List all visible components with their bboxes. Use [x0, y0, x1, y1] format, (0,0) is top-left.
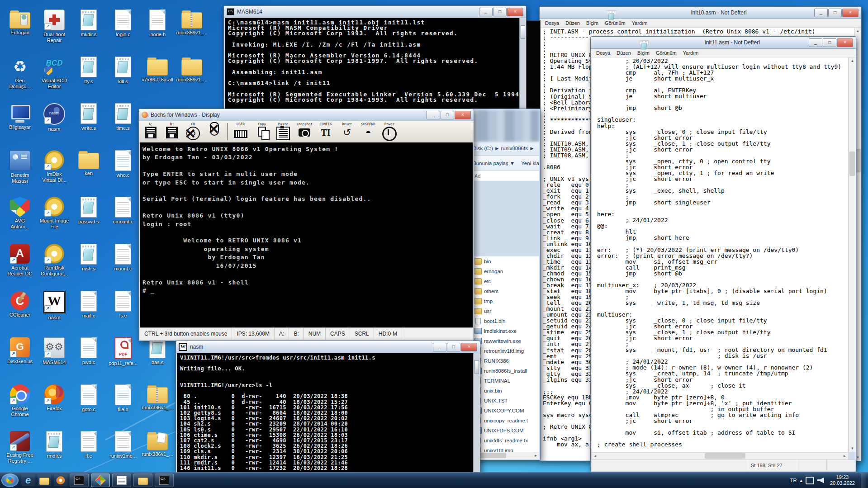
bochs-tool-button[interactable]: Reset ↺	[337, 122, 357, 141]
nasm-terminal-output[interactable]: V1INIT11.IMG!/usr/src>fromdos usr/src/in…	[177, 353, 479, 488]
bochs-tool-button[interactable]: SUSPEND ◓	[358, 122, 378, 141]
share-with-button[interactable]: Bununla paylaş ▼	[473, 161, 515, 166]
desktop-icon[interactable]: kill.s	[106, 54, 140, 101]
menu-item[interactable]: Biçim	[583, 20, 601, 26]
desktop-icon[interactable]: mail.c	[71, 289, 106, 336]
desktop-icon[interactable]: Denetim Masası	[3, 148, 37, 195]
desktop-icon[interactable]: runix386v1_...	[140, 382, 175, 429]
file-row[interactable]: erdogan	[471, 266, 539, 276]
file-row[interactable]: others	[471, 286, 539, 296]
desktop-icon[interactable]: write.s	[71, 101, 106, 148]
explorer-address-bar[interactable]: Disk (C:) ► runix8086fs ►	[471, 142, 539, 156]
desktop-icon[interactable]: runixv1mo...	[106, 429, 140, 476]
file-row[interactable]: tmp	[471, 296, 539, 306]
new-folder-button[interactable]: Yeni klasör	[521, 161, 539, 166]
file-row[interactable]: unixv1fd.img	[471, 445, 539, 452]
init10-titlebar[interactable]: init10.asm - Not Defteri _ □ ×	[540, 7, 861, 19]
file-row[interactable]: unix.bin	[471, 386, 539, 396]
maximize-button[interactable]: □	[441, 111, 454, 119]
minimize-button[interactable]: _	[433, 343, 446, 351]
show-hidden-icons-button[interactable]: ▴	[800, 478, 802, 483]
file-row[interactable]: UNIXFDFS.COM	[471, 426, 539, 436]
desktop-icon[interactable]: who.c	[106, 148, 140, 195]
close-button[interactable]: ×	[842, 9, 859, 17]
menu-item[interactable]: Düzen	[614, 50, 634, 56]
minimize-button[interactable]: _	[479, 8, 493, 16]
desktop-icon[interactable]: mount.c	[106, 242, 140, 289]
desktop-icon[interactable]: ls.c	[106, 289, 140, 336]
desktop-icon[interactable]: W nasm	[37, 289, 71, 336]
breadcrumb[interactable]: Disk (C:) ► runix8086fs ►	[473, 146, 535, 151]
desktop-icon[interactable]: runix386v1_...	[175, 7, 209, 54]
minimize-button[interactable]: _	[809, 38, 822, 47]
desktop-icon[interactable]: runix386v1_...	[175, 54, 209, 101]
taskbar-window-button[interactable]	[112, 474, 131, 487]
nasm-scrollbar[interactable]	[473, 353, 480, 488]
desktop-icon[interactable]: if.c	[71, 429, 106, 476]
maximize-button[interactable]: □	[447, 343, 460, 351]
desktop-icon[interactable]: tty.s	[71, 54, 106, 101]
masm-titlebar[interactable]: MASM614 _ □ ×	[224, 6, 526, 18]
desktop-icon[interactable]: CCleaner	[3, 289, 37, 336]
file-row[interactable]: bin	[471, 256, 539, 266]
maximize-button[interactable]: □	[823, 38, 836, 47]
init11-titlebar[interactable]: init11.asm - Not Defteri _ □ ×	[591, 37, 856, 49]
bochs-guest-display[interactable]: Welcome to Retro UNIX 8086 v1 Operating …	[140, 142, 473, 327]
explorer-horizontal-scrollbar[interactable]: ◄ ►	[471, 452, 539, 459]
bochs-tool-button[interactable]: CONFIG TI	[316, 122, 336, 141]
pinned-app-button[interactable]: e	[21, 474, 35, 486]
bochs-tool-button[interactable]: Copy	[252, 122, 272, 141]
file-row[interactable]: UNIX.TST	[471, 396, 539, 406]
taskbar-window-button[interactable]	[91, 474, 110, 487]
explorer-column-header[interactable]: Ad	[471, 171, 539, 181]
bochs-tool-button[interactable]: Power	[379, 122, 399, 141]
menu-item[interactable]: Dosya	[542, 20, 562, 26]
file-row[interactable]: boot1.bin	[471, 316, 539, 326]
close-button[interactable]: ×	[507, 8, 523, 16]
minimize-button[interactable]: _	[814, 9, 828, 17]
scroll-down-arrow[interactable]: ▼	[849, 445, 856, 452]
language-indicator[interactable]: TR	[790, 478, 797, 483]
clock[interactable]: 19:23 20.03.2022	[827, 474, 858, 486]
desktop-icon[interactable]: ken	[71, 148, 106, 195]
menu-item[interactable]: Görünüm	[653, 50, 679, 56]
desktop-icon[interactable]: inode.h	[140, 7, 175, 54]
desktop-icon[interactable]: BCD Visual BCD Editor	[37, 54, 71, 101]
nasm-titlebar[interactable]: W nasm _ □ ×	[176, 341, 480, 353]
pinned-app-button[interactable]	[54, 474, 67, 486]
volume-tray-icon[interactable]	[817, 478, 824, 483]
scroll-up-arrow[interactable]: ▲	[854, 28, 861, 34]
desktop-icon[interactable]: v7x86-0.8a-all	[140, 54, 175, 101]
taskbar-window-button[interactable]	[155, 474, 174, 487]
file-row[interactable]: imdiskinst.exe	[471, 326, 539, 336]
name-column-header[interactable]: Ad	[474, 173, 480, 179]
display-tray-icon[interactable]	[806, 477, 814, 484]
file-row[interactable]: usr	[471, 306, 539, 316]
bochs-titlebar[interactable]: Bochs for Windows - Display _ □ ×	[139, 109, 474, 121]
minimize-button[interactable]: _	[427, 111, 440, 119]
init11-horizontal-scrollbar[interactable]: ◄ ►	[592, 452, 848, 460]
file-row[interactable]: etc	[471, 276, 539, 286]
file-row[interactable]: retrounixv1fd.img	[471, 346, 539, 356]
desktop-icon[interactable]: A Acrobat Reader DC	[3, 242, 37, 289]
desktop-icon[interactable]: time.s	[106, 101, 140, 148]
desktop-icon[interactable]: pwd.c	[71, 335, 106, 382]
bochs-tool-button[interactable]: USER	[231, 122, 251, 141]
desktop-icon[interactable]: Firefox	[37, 382, 71, 429]
desktop-icon[interactable]: Erdoğan	[3, 7, 37, 54]
desktop-icon[interactable]: Dual-boot Repair	[37, 7, 71, 54]
desktop-icon[interactable]: Mount Image File	[37, 194, 71, 242]
bochs-tool-button[interactable]: snapshot	[294, 122, 314, 141]
desktop-icon[interactable]: ⚙⚙ MASM614	[37, 335, 71, 382]
desktop-icon[interactable]: msh.s	[71, 242, 106, 289]
taskbar-window-button[interactable]	[70, 474, 89, 487]
file-row[interactable]: rawwritewin.exe	[471, 336, 539, 346]
file-row[interactable]: runix8086fs_install	[471, 366, 539, 376]
desktop-icon[interactable]: bas.s	[140, 335, 175, 382]
desktop-icon[interactable]: G DiskGenius	[3, 335, 37, 382]
desktop-icon[interactable]: ImDisk Virtual Di...	[37, 148, 71, 195]
desktop-icon[interactable]: Eusing Free Registry ...	[3, 429, 37, 476]
desktop-icon[interactable]: goto.c	[71, 382, 106, 429]
pinned-app-button[interactable]	[38, 474, 51, 486]
scroll-up-arrow[interactable]: ▲	[849, 57, 856, 64]
